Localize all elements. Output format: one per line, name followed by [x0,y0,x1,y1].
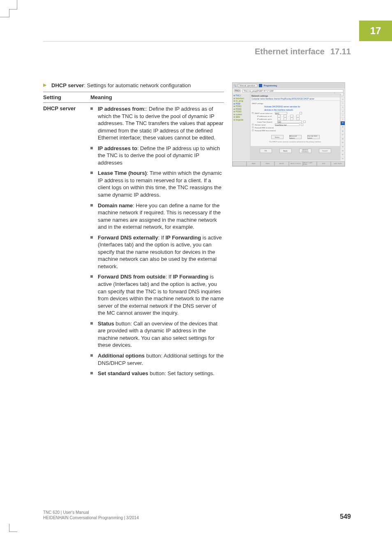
form-note: The DHCP server services cannot be activ… [252,141,339,143]
cancel-button[interactable]: Cancel [319,149,331,153]
embedded-screenshot: 🔍 Manual operation Programming 08:45 TNC… [232,82,345,167]
mode-programming[interactable]: Programming [264,84,277,87]
footer-line1: TNC 620 | User's Manual [43,510,139,515]
item-bold: Set standard values [98,370,148,376]
crop-mark-bottom-left [9,524,17,532]
std-values-button[interactable]: Use std. field values [307,135,320,139]
item-bold: Status [98,320,114,327]
apply-button[interactable]: Apply [279,149,292,153]
footer-line2: HEIDENHAIN Conversational Programming | … [43,515,139,520]
side-cell[interactable]: .1 [341,117,345,121]
item-rest: : If [158,235,166,241]
ip-octet[interactable] [284,115,287,117]
form-label: Forward DNS to external [255,127,274,129]
col-header-setting: Setting [43,94,90,100]
side-column: .7.6.5.4.3.2.1S0S9S8S7S6S5S4S3S2S1 [341,93,345,160]
dialog-tabs[interactable]: Computer name Interfaces Internet Ping/R… [251,98,340,100]
softkey-button[interactable]: SELECT LAST FILES [303,161,317,166]
side-cell[interactable]: S4 [341,145,345,149]
form-field[interactable]: eth1 [275,112,287,114]
list-item: Lease Time (hours): Time within which th… [90,169,224,198]
side-cell[interactable]: .3 [341,109,345,113]
item-bold: Additional options [98,353,145,359]
checkbox-icon[interactable]: ☐ [252,112,254,114]
crop-mark-top-left [9,9,17,17]
list-item: Set standard values button: Set factory … [90,370,224,377]
advanced-options-button[interactable]: Advanced options [289,135,302,139]
path-field[interactable]: TNC:\nc_prog\PGM\*.H;*.I;*.DXF [242,89,344,93]
side-cell[interactable]: S8 [341,129,345,133]
checkbox-icon[interactable]: ☐ [252,123,254,126]
ok-button[interactable]: OK [260,149,272,153]
side-cell[interactable]: S7 [341,133,345,137]
ip-octet[interactable] [296,118,300,120]
ip-octet[interactable] [277,115,281,117]
form-label: DHCP server active on: [255,112,274,114]
form-area: DHCP settings: Activate DHCP/DNS server … [251,101,340,146]
item-rest: button: Call an overview of the devices … [98,320,217,348]
mode-manual-operation[interactable]: Manual operation [238,84,257,87]
screenshot-titlebar: 🔍 Manual operation Programming [233,83,345,88]
item-bold2: IP Forwarding [166,235,201,241]
side-cell[interactable]: S0 [341,121,345,125]
ip-octet[interactable] [284,118,287,120]
checkbox-icon[interactable]: ☐ [252,129,254,132]
softkey-button[interactable]: PAGE [247,161,261,166]
side-cell[interactable]: S3 [341,149,345,153]
intro-rest: : Settings for automatic network configu… [84,82,191,88]
setting-label: DHCP server [43,105,90,381]
magnify-icon: 🔍 [234,84,236,87]
dialog-title: Network settings [251,94,340,98]
list-item: IP addresses from:: Define the IP addres… [90,105,224,142]
list-item: Forward DNS from outside: If IP Forwardi… [90,273,224,316]
form-label: Domain name: [255,124,274,126]
item-bold: Forward DNS externally [98,235,158,241]
ip-octet[interactable] [290,115,293,117]
ip-octet[interactable] [277,118,281,120]
side-cell[interactable]: .4 [341,105,345,109]
item-bold: IP addresses to [98,145,137,151]
path-row: TNC:\ TNC:\nc_prog\PGM\*.H;*.I;*.DXF [233,88,345,93]
checkbox-icon[interactable]: ☐ [252,126,254,129]
heros-button[interactable]: HEROS functions [299,149,311,153]
list-item: Status button: Call an overview of the d… [90,320,224,349]
softkey-button[interactable]: PAGE [261,161,274,166]
side-cell[interactable]: S2 [341,153,345,157]
side-cell[interactable]: S5 [341,141,345,145]
status-button[interactable]: Status [271,135,284,139]
form-label: Forward DNS from external [255,130,276,132]
form-subtitle-1: Activate DHCP/DNS server services for [264,105,339,108]
side-cell[interactable]: .5 [341,101,345,105]
form-label: IP addresses as of: [257,115,276,117]
tree-item[interactable]: ⊕ tncguide [233,118,249,121]
side-cell[interactable]: S6 [341,137,345,141]
side-cell[interactable]: S9 [341,125,345,129]
softkey-button[interactable] [233,161,247,166]
softkey-button[interactable]: END [317,161,331,166]
file-tree[interactable]: ⊕ TNC:\ ⊕ lost+foun ⊕ nc_prog ⊕ PGM ⊕ PG… [233,93,250,160]
form-field[interactable]: 240 [277,121,302,123]
item-bold2: IP Forwarding [173,274,208,280]
side-cell[interactable]: .2 [341,113,345,117]
dropdown-icon[interactable] [301,123,303,126]
meaning-list: IP addresses from:: Define the IP addres… [90,105,224,381]
list-item: IP addresses to: Define the IP address u… [90,145,224,167]
side-cell[interactable]: S1 [341,157,345,161]
intro-bold: DHCP server [51,82,84,88]
softkey-button[interactable]: SELECT PROG. [289,161,303,166]
item-rest: button: Set factory settings. [148,370,214,376]
form-field[interactable]: machine.net [275,123,300,126]
ip-octet[interactable] [290,118,293,120]
dropdown-icon[interactable] [300,112,302,114]
side-cell[interactable]: .6 [341,98,345,102]
stepper-icon[interactable] [303,121,306,123]
ip-octet[interactable] [296,115,300,117]
item-rest2: is active (Interfaces tab) and the optio… [98,274,224,316]
item-bold: Forward DNS from outside [98,274,166,280]
header-section: 17.11 [330,47,351,56]
softkey-button[interactable]: LAST FILES [331,161,345,166]
item-bold: Domain name [98,202,133,209]
softkey-button[interactable]: BEGIN [274,161,288,166]
intro-line: ▶ DHCP server: Settings for automatic ne… [43,82,224,88]
item-bold: IP addresses from: [98,106,146,112]
